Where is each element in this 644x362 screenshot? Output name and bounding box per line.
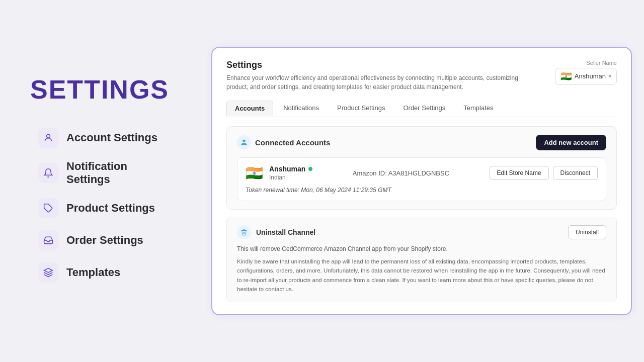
notification-settings-icon-wrap bbox=[38, 163, 58, 183]
uninstall-left: Uninstall Channel bbox=[237, 225, 315, 239]
connected-header: Connected Accounts Add new account bbox=[237, 135, 606, 150]
layers-icon bbox=[43, 267, 53, 278]
person-icon bbox=[240, 139, 248, 146]
disconnect-button[interactable]: Disconnect bbox=[553, 166, 598, 180]
account-info: 🇮🇳 Anshuman Indian bbox=[246, 165, 312, 182]
tab-product-settings[interactable]: Product Settings bbox=[329, 101, 393, 117]
page-title: SETTINGS bbox=[30, 74, 181, 105]
trash-icon-wrap bbox=[237, 225, 251, 239]
account-details: Anshuman Indian bbox=[269, 165, 312, 181]
connected-title: Connected Accounts bbox=[237, 135, 330, 149]
account-settings-icon-wrap bbox=[38, 128, 58, 148]
connected-accounts-icon bbox=[237, 135, 251, 149]
page-wrapper: SETTINGS Account Settings bbox=[0, 0, 644, 362]
tag-icon bbox=[43, 203, 53, 213]
tabs-bar: Accounts Notifications Product Settings … bbox=[226, 101, 617, 117]
tab-templates[interactable]: Templates bbox=[455, 101, 501, 117]
sidebar-item-label-account-settings: Account Settings bbox=[66, 131, 157, 144]
svg-point-0 bbox=[47, 134, 50, 138]
card-description: Enhance your workflow efficiency and ope… bbox=[226, 73, 518, 92]
uninstall-button[interactable]: Uninstall bbox=[568, 225, 606, 239]
card-header: Settings Enhance your workflow efficienc… bbox=[226, 60, 617, 92]
nav-list: Account Settings Notification Settings bbox=[30, 123, 181, 288]
account-actions: Edit Store Name Disconnect bbox=[490, 166, 598, 180]
uninstall-channel-section: Uninstall Channel Uninstall This will re… bbox=[226, 217, 617, 303]
seller-name: Anshuman bbox=[575, 72, 606, 80]
account-name: Anshuman bbox=[269, 165, 312, 173]
sidebar-item-notification-settings[interactable]: Notification Settings bbox=[30, 155, 181, 191]
trash-icon bbox=[240, 229, 248, 236]
seller-dropdown[interactable]: 🇮🇳 Anshuman ▾ bbox=[555, 68, 617, 85]
left-panel: SETTINGS Account Settings bbox=[0, 54, 211, 308]
sidebar-item-label-notification-settings: Notification Settings bbox=[66, 160, 173, 186]
inbox-icon bbox=[43, 235, 53, 245]
uninstall-description: This will remove CedCommerce Amazon Chan… bbox=[237, 244, 606, 254]
uninstall-title: Uninstall Channel bbox=[256, 228, 315, 236]
bell-icon bbox=[43, 168, 53, 178]
account-row: 🇮🇳 Anshuman Indian Amazon ID: bbox=[237, 157, 606, 201]
card-header-left: Settings Enhance your workflow efficienc… bbox=[226, 60, 518, 92]
product-settings-icon-wrap bbox=[38, 198, 58, 218]
uninstall-header: Uninstall Channel Uninstall bbox=[237, 225, 606, 239]
tab-accounts[interactable]: Accounts bbox=[226, 101, 273, 117]
seller-label: Seller Name bbox=[555, 60, 617, 66]
connected-section-title: Connected Accounts bbox=[255, 138, 330, 147]
sidebar-item-account-settings[interactable]: Account Settings bbox=[30, 123, 181, 153]
sidebar-item-label-templates: Templates bbox=[66, 266, 120, 279]
account-row-top: 🇮🇳 Anshuman Indian Amazon ID: bbox=[246, 165, 598, 182]
order-settings-icon-wrap bbox=[38, 230, 58, 250]
connected-accounts-section: Connected Accounts Add new account 🇮🇳 An… bbox=[226, 126, 617, 210]
sidebar-item-label-order-settings: Order Settings bbox=[66, 234, 143, 247]
card-title: Settings bbox=[226, 60, 518, 70]
settings-card: Settings Enhance your workflow efficienc… bbox=[211, 47, 632, 316]
uninstall-warning: Kindly be aware that uninstalling the ap… bbox=[237, 257, 606, 294]
seller-flag: 🇮🇳 bbox=[560, 71, 572, 82]
account-country: Indian bbox=[269, 174, 312, 181]
online-status-dot bbox=[308, 167, 312, 171]
templates-icon-wrap bbox=[38, 262, 58, 283]
edit-store-name-button[interactable]: Edit Store Name bbox=[490, 166, 549, 180]
right-panel: Settings Enhance your workflow efficienc… bbox=[211, 0, 644, 362]
sidebar-item-product-settings[interactable]: Product Settings bbox=[30, 193, 181, 223]
tab-notifications[interactable]: Notifications bbox=[275, 101, 327, 117]
add-new-account-button[interactable]: Add new account bbox=[536, 135, 606, 150]
account-flag: 🇮🇳 bbox=[246, 165, 263, 182]
sidebar-item-order-settings[interactable]: Order Settings bbox=[30, 225, 181, 255]
user-circle-icon bbox=[43, 133, 53, 143]
sidebar-item-label-product-settings: Product Settings bbox=[66, 202, 155, 215]
sidebar-item-templates[interactable]: Templates bbox=[30, 257, 181, 288]
tab-order-settings[interactable]: Order Settings bbox=[395, 101, 453, 117]
amazon-id: Amazon ID: A3A81HGLDGNBSC bbox=[353, 169, 449, 177]
svg-marker-2 bbox=[44, 268, 53, 273]
chevron-down-icon: ▾ bbox=[609, 73, 611, 79]
seller-info: Seller Name 🇮🇳 Anshuman ▾ bbox=[555, 60, 617, 85]
token-renewal-time: Token renewal time: Mon, 06 May 2024 11:… bbox=[246, 187, 598, 194]
